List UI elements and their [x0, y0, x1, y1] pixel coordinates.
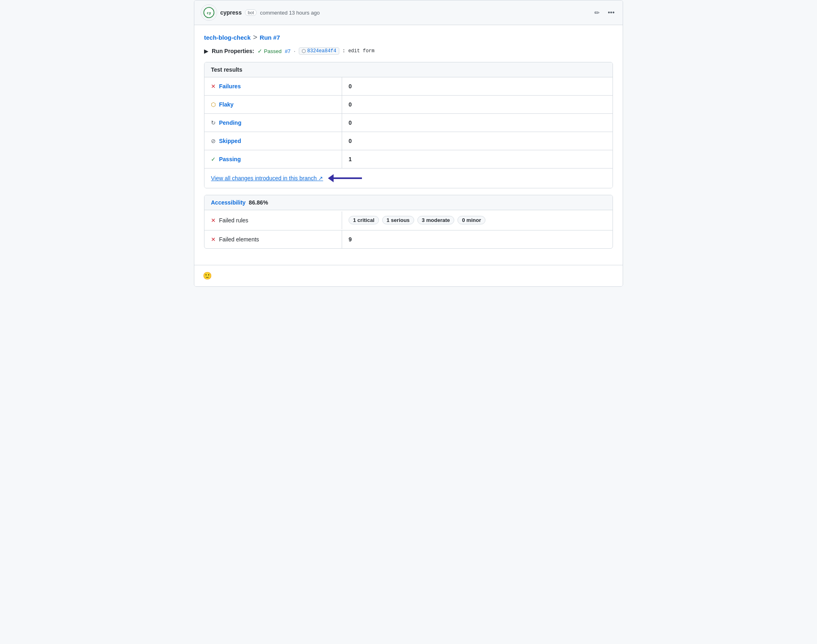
accessibility-score: 86.86% — [249, 199, 268, 206]
serious-badge: 1 serious — [382, 216, 414, 224]
breadcrumb: tech-blog-check > Run #7 — [204, 33, 613, 42]
failed-elements-cell-left: ✕ Failed elements — [204, 230, 342, 248]
pending-value: 0 — [342, 114, 613, 132]
passed-check-icon: ✓ — [257, 48, 262, 54]
failed-elements-value: 9 — [342, 230, 613, 248]
accessibility-header: Accessibility 86.86% — [204, 195, 613, 210]
emoji-reaction-button[interactable]: 🙂 — [201, 270, 214, 281]
passing-link[interactable]: Passing — [219, 156, 241, 162]
accessibility-table: Accessibility 86.86% ✕ Failed rules 1 cr… — [204, 195, 613, 249]
comment-time: commented 13 hours ago — [260, 10, 319, 16]
breadcrumb-repo-link[interactable]: tech-blog-check — [204, 34, 251, 41]
skipped-cell-left: ⊘ Skipped — [204, 132, 342, 150]
comment-header-right: ✏ ••• — [593, 8, 616, 17]
comment-body: tech-blog-check > Run #7 ▶ Run Propertie… — [194, 25, 623, 265]
run-properties-toggle[interactable]: ▶ — [204, 48, 209, 54]
passing-check-icon: ✓ — [211, 156, 216, 162]
table-row: ✕ Failed elements 9 — [204, 230, 613, 248]
comment-card: cy cypress bot commented 13 hours ago ✏ … — [194, 0, 623, 287]
svg-text:cy: cy — [207, 11, 211, 15]
x-icon: ✕ — [211, 83, 216, 90]
edit-button[interactable]: ✏ — [593, 8, 601, 17]
arrow-indicator — [328, 174, 362, 182]
comment-header: cy cypress bot commented 13 hours ago ✏ … — [194, 0, 623, 25]
flaky-icon: ⬡ — [211, 101, 216, 108]
flaky-value: 0 — [342, 96, 613, 113]
table-row: ⊘ Skipped 0 — [204, 132, 613, 150]
edit-icon: ✏ — [594, 9, 600, 16]
failed-rules-cell-left: ✕ Failed rules — [204, 211, 342, 229]
commenter-name: cypress — [220, 9, 242, 16]
failures-cell-left: ✕ Failures — [204, 77, 342, 95]
comment-footer: 🙂 — [194, 265, 623, 286]
run-properties-label: Run Properties: — [212, 48, 254, 54]
failures-link[interactable]: Failures — [219, 83, 241, 90]
flaky-cell-left: ⬡ Flaky — [204, 96, 342, 113]
failed-rules-value: 1 critical 1 serious 3 moderate 0 minor — [342, 210, 613, 230]
more-icon: ••• — [608, 9, 615, 16]
run-number-link[interactable]: #7 — [285, 48, 290, 54]
minor-badge: 0 minor — [457, 216, 485, 224]
arrow-body — [334, 177, 362, 179]
commit-badge: ⬡ 8324ea84f4 — [299, 47, 339, 55]
commit-icon: ⬡ — [302, 48, 306, 54]
failures-value: 0 — [342, 77, 613, 95]
bot-badge: bot — [245, 9, 257, 16]
view-changes-link[interactable]: View all changes introduced in this bran… — [211, 175, 323, 181]
commit-hash-link[interactable]: 8324ea84f4 — [307, 48, 336, 54]
pending-cell-left: ↻ Pending — [204, 114, 342, 132]
x-icon: ✕ — [211, 236, 216, 243]
skipped-icon: ⊘ — [211, 138, 216, 144]
view-changes-row: View all changes introduced in this bran… — [204, 168, 613, 188]
failed-rules-label: Failed rules — [219, 217, 248, 224]
comment-header-left: cy cypress bot commented 13 hours ago — [201, 4, 320, 21]
passed-status: Passed — [264, 48, 281, 54]
critical-badge: 1 critical — [349, 216, 379, 224]
severity-badges: 1 critical 1 serious 3 moderate 0 minor — [349, 216, 606, 224]
skipped-value: 0 — [342, 132, 613, 150]
avatar: cy — [201, 4, 217, 21]
more-options-button[interactable]: ••• — [606, 8, 616, 17]
pending-link[interactable]: Pending — [219, 119, 241, 126]
flaky-link[interactable]: Flaky — [219, 101, 234, 108]
passed-badge: ✓ Passed — [257, 48, 281, 54]
passing-cell-left: ✓ Passing — [204, 150, 342, 168]
moderate-badge: 3 moderate — [417, 216, 454, 224]
test-results-table: Test results ✕ Failures 0 ⬡ Flaky 0 — [204, 62, 613, 188]
table-row: ↻ Pending 0 — [204, 114, 613, 132]
passing-value: 1 — [342, 150, 613, 168]
skipped-link[interactable]: Skipped — [219, 138, 241, 144]
dot-separator: · — [294, 48, 296, 54]
table-row: ⬡ Flaky 0 — [204, 96, 613, 114]
table-row: ✕ Failed rules 1 critical 1 serious 3 mo… — [204, 210, 613, 230]
test-results-header: Test results — [204, 62, 613, 77]
arrow-head — [328, 174, 334, 182]
run-properties: ▶ Run Properties: ✓ Passed #7 · ⬡ 8324ea… — [204, 47, 613, 55]
table-row: ✓ Passing 1 — [204, 150, 613, 168]
breadcrumb-separator: > — [253, 33, 257, 42]
x-icon: ✕ — [211, 217, 216, 224]
accessibility-link[interactable]: Accessibility — [211, 199, 246, 206]
commit-message: : edit form — [343, 48, 374, 54]
table-row: ✕ Failures 0 — [204, 77, 613, 96]
breadcrumb-run-link[interactable]: Run #7 — [260, 34, 280, 41]
pending-icon: ↻ — [211, 119, 216, 126]
failed-elements-label: Failed elements — [219, 236, 259, 243]
emoji-icon: 🙂 — [203, 272, 212, 280]
